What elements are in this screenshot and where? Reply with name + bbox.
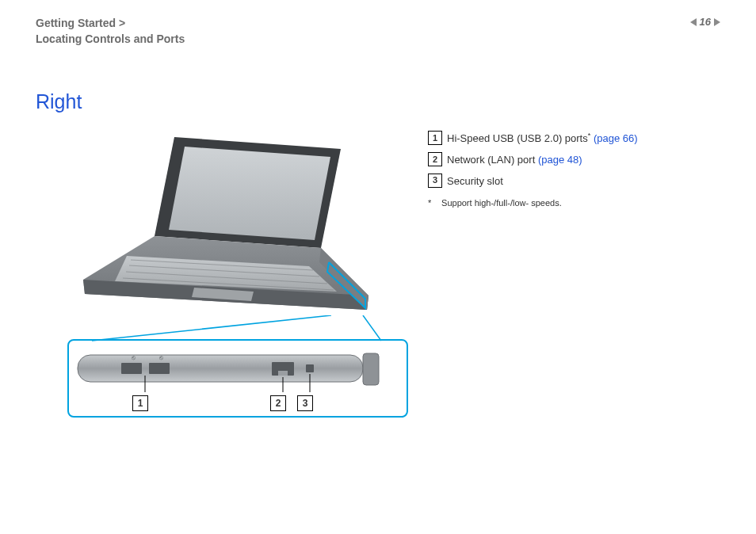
legend-item: 3 Security slot xyxy=(428,172,638,192)
legend-text: Network (LAN) port (page 48) xyxy=(447,151,582,170)
section-title: Right xyxy=(36,90,720,113)
svg-rect-20 xyxy=(278,371,288,376)
callout-label-2: 2 xyxy=(270,395,286,411)
page-link[interactable]: (page 48) xyxy=(538,154,582,166)
breadcrumb: Getting Started > Locating Controls and … xyxy=(36,16,185,47)
legend: 1 Hi-Speed USB (USB 2.0) ports* (page 66… xyxy=(428,129,638,211)
breadcrumb-line-2: Locating Controls and Ports xyxy=(36,32,185,48)
svg-text:⎋: ⎋ xyxy=(159,354,163,361)
callout-label-1: 1 xyxy=(132,395,148,411)
legend-item: 1 Hi-Speed USB (USB 2.0) ports* (page 66… xyxy=(428,129,638,149)
page-header: Getting Started > Locating Controls and … xyxy=(36,16,720,47)
prev-page-icon[interactable] xyxy=(690,18,697,26)
svg-text:⎋: ⎋ xyxy=(132,354,136,361)
svg-marker-1 xyxy=(169,147,330,240)
legend-text: Security slot xyxy=(447,172,503,192)
side-view-illustration: ⎋ ⎋ xyxy=(74,349,387,392)
page: Getting Started > Locating Controls and … xyxy=(0,0,756,534)
page-link[interactable]: (page 66) xyxy=(594,133,638,145)
svg-rect-14 xyxy=(363,353,379,385)
legend-number-box: 3 xyxy=(428,174,442,188)
breadcrumb-line-1: Getting Started > xyxy=(36,16,185,32)
legend-number-box: 1 xyxy=(428,131,442,145)
next-page-icon[interactable] xyxy=(714,18,720,26)
legend-text: Hi-Speed USB (USB 2.0) ports* (page 66) xyxy=(447,129,638,149)
svg-rect-16 xyxy=(149,363,170,374)
laptop-illustration xyxy=(67,129,384,331)
svg-rect-13 xyxy=(78,355,363,382)
page-number: 16 xyxy=(700,16,711,28)
footnote: * Support high-/full-/low- speeds. xyxy=(428,195,638,212)
svg-rect-15 xyxy=(121,363,142,374)
callout-label-3: 3 xyxy=(297,395,313,411)
page-number-nav: 16 xyxy=(690,16,720,28)
port-detail-box: ⎋ ⎋ 1 2 3 xyxy=(67,339,408,418)
content-row: ⎋ ⎋ 1 2 3 1 xyxy=(36,129,720,418)
legend-number-box: 2 xyxy=(428,152,442,166)
legend-item: 2 Network (LAN) port (page 48) xyxy=(428,151,638,170)
figure: ⎋ ⎋ 1 2 3 xyxy=(67,129,408,418)
svg-rect-21 xyxy=(306,364,314,372)
